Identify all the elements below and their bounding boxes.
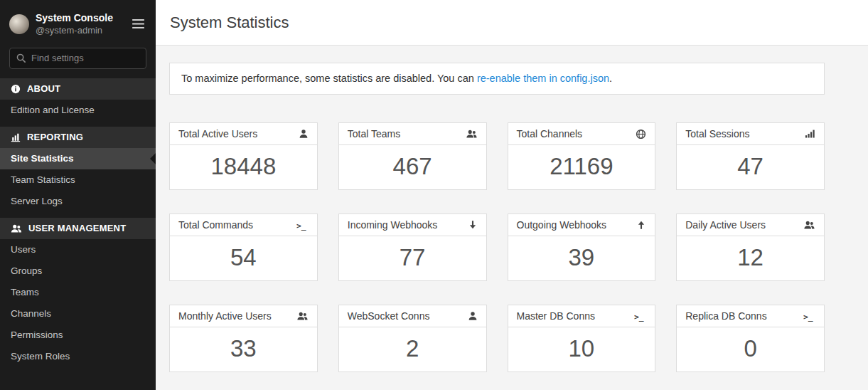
stat-card-master-db-conns: Master DB Conns 10 (508, 305, 656, 372)
stat-card-outgoing-webhooks: Outgoing Webhooks 39 (508, 214, 656, 281)
stat-title: Daily Active Users (685, 219, 766, 231)
section-header-about: ABOUT (0, 78, 156, 100)
content-area: To maximize performance, some statistics… (156, 46, 868, 386)
users-icon (11, 223, 22, 233)
page-header: System Statistics (156, 0, 868, 46)
sidebar-nav: ABOUT Edition and License REPORTING Site… (0, 73, 156, 367)
search-icon (16, 53, 26, 63)
stat-title: WebSocket Conns (348, 310, 430, 322)
arrow-down-icon (468, 220, 478, 230)
banner-text: To maximize performance, some statistics… (181, 73, 477, 84)
console-identity: System Console @system-admin (36, 11, 123, 37)
stat-card-total-active-users: Total Active Users 18448 (169, 122, 318, 190)
stat-title: Total Sessions (685, 128, 749, 139)
stat-card-total-sessions: Total Sessions 47 (676, 122, 825, 190)
sidebar-item-team-statistics[interactable]: Team Statistics (0, 169, 156, 191)
stat-value: 467 (339, 145, 486, 189)
sidebar-item-system-roles[interactable]: System Roles (0, 346, 156, 367)
users-icon (466, 129, 478, 139)
sidebar-item-teams[interactable]: Teams (0, 282, 156, 303)
section-label: USER MANAGEMENT (28, 223, 126, 233)
settings-search (9, 48, 146, 69)
section-label: REPORTING (27, 132, 83, 142)
avatar (9, 14, 29, 34)
stat-value: 2 (339, 327, 486, 371)
stat-value: 0 (677, 327, 824, 371)
user-icon (299, 129, 309, 139)
stat-value: 54 (170, 236, 317, 280)
terminal-icon (296, 220, 309, 231)
stat-title: Total Teams (348, 128, 400, 139)
menu-button[interactable] (129, 16, 147, 31)
stat-value: 39 (508, 236, 655, 280)
stat-card-monthly-active-users: Monthly Active Users 33 (169, 305, 318, 372)
stats-grid: Total Active Users 18448 Total Teams 467… (169, 122, 825, 372)
users-icon (296, 311, 309, 321)
signal-bars-icon (805, 129, 815, 139)
hamburger-menu-icon (132, 19, 144, 28)
config-json-link[interactable]: re-enable them in config.json (477, 73, 609, 84)
sidebar-item-site-statistics[interactable]: Site Statistics (0, 148, 156, 169)
stat-value: 33 (170, 327, 317, 371)
sidebar: System Console @system-admin ABOUT Editi… (0, 0, 156, 390)
stat-title: Replica DB Conns (685, 310, 766, 322)
section-header-user-management: USER MANAGEMENT (0, 218, 156, 239)
stat-value: 12 (677, 236, 824, 280)
info-icon (11, 84, 21, 94)
stat-title: Incoming Webhooks (348, 219, 438, 231)
stat-title: Total Commands (178, 219, 253, 231)
users-icon (803, 220, 815, 230)
search-input[interactable] (9, 48, 146, 69)
sidebar-item-channels[interactable]: Channels (0, 303, 156, 325)
stat-card-websocket-conns: WebSocket Conns 2 (338, 305, 487, 372)
sidebar-item-server-logs[interactable]: Server Logs (0, 191, 156, 212)
stat-title: Master DB Conns (517, 310, 595, 322)
stat-card-total-commands: Total Commands 54 (169, 214, 318, 281)
stat-title: Total Channels (517, 128, 583, 139)
stat-card-total-teams: Total Teams 467 (338, 122, 487, 190)
sidebar-item-users[interactable]: Users (0, 239, 156, 260)
terminal-icon (803, 311, 815, 322)
stat-title: Total Active Users (178, 128, 257, 139)
stat-title: Monthly Active Users (178, 310, 272, 322)
stat-value: 77 (339, 236, 486, 280)
stat-card-replica-db-conns: Replica DB Conns 0 (676, 305, 825, 372)
stat-value: 47 (677, 145, 824, 189)
user-icon (468, 311, 478, 321)
performance-notice-banner: To maximize performance, some statistics… (169, 63, 825, 95)
sidebar-item-permissions[interactable]: Permissions (0, 325, 156, 346)
banner-text-after: . (609, 73, 612, 84)
stat-value: 10 (508, 327, 655, 371)
sidebar-item-edition-and-license[interactable]: Edition and License (0, 100, 156, 121)
stat-value: 21169 (508, 145, 655, 189)
sidebar-item-groups[interactable]: Groups (0, 260, 156, 282)
stat-card-daily-active-users: Daily Active Users 12 (676, 214, 825, 281)
console-subtitle: @system-admin (36, 25, 123, 37)
section-header-reporting: REPORTING (0, 127, 156, 148)
arrow-up-icon (636, 220, 646, 230)
bar-chart-icon (11, 132, 21, 142)
terminal-icon (634, 311, 646, 322)
section-label: ABOUT (27, 83, 60, 94)
globe-icon (636, 129, 646, 139)
stat-value: 18448 (170, 145, 317, 189)
stat-title: Outgoing Webhooks (517, 219, 607, 231)
console-title: System Console (36, 11, 123, 25)
sidebar-header: System Console @system-admin (0, 0, 156, 37)
stat-card-total-channels: Total Channels 21169 (508, 122, 656, 190)
page-title: System Statistics (170, 14, 289, 32)
main-panel: System Statistics To maximize performanc… (156, 0, 868, 390)
stat-card-incoming-webhooks: Incoming Webhooks 77 (338, 214, 487, 281)
